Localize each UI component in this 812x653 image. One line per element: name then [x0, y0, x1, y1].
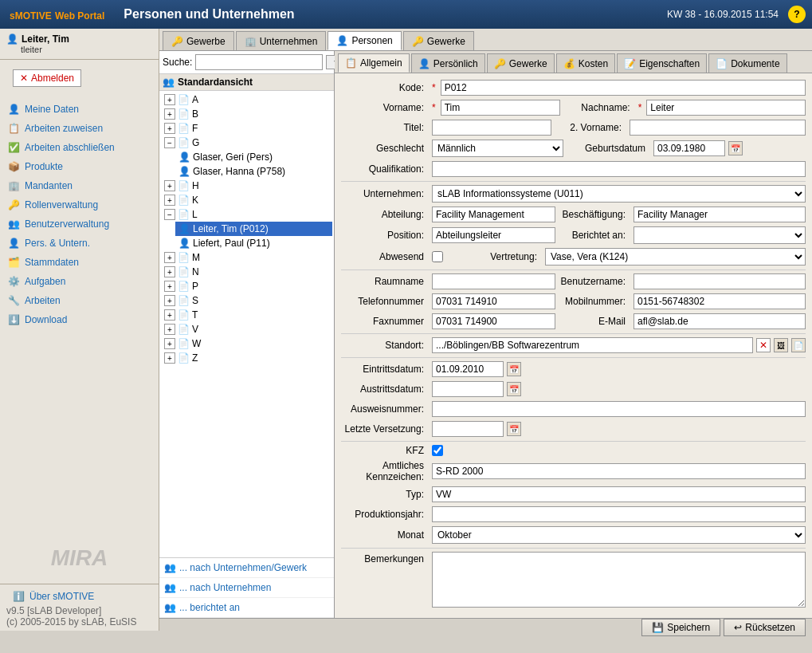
tree-footer-nach-unternehmen[interactable]: 👥 ... nach Unternehmen — [159, 578, 334, 598]
qualifikation-input[interactable] — [432, 161, 806, 177]
standort-image-button[interactable]: 🖼 — [774, 338, 788, 352]
expand-L[interactable]: − — [164, 209, 175, 220]
letzte-versetzung-input[interactable] — [432, 421, 504, 437]
expand-H[interactable]: + — [164, 180, 175, 191]
tree-node-glaser-hanna[interactable]: 👤 Glaser, Hanna (P758) — [175, 164, 332, 179]
sidebar-item-stammdaten[interactable]: 🗂️ Stammdaten — [0, 253, 159, 272]
expand-P[interactable]: + — [164, 281, 175, 292]
expand-N[interactable]: + — [164, 266, 175, 277]
tree-node-glaser-geri[interactable]: 👤 Glaser, Geri (Pers) — [175, 150, 332, 164]
expand-W[interactable]: + — [164, 338, 175, 349]
tree-node-K[interactable]: + 📄 K — [161, 193, 332, 207]
tree-node-leiter-tim[interactable]: 👤 Leiter, Tim (P012) — [175, 222, 332, 236]
expand-Z[interactable]: + — [164, 352, 175, 364]
nachname-input[interactable] — [646, 100, 806, 116]
fax-input[interactable] — [432, 313, 555, 329]
berichtet-an-select[interactable] — [634, 226, 806, 244]
save-button[interactable]: 💾 Speichern — [641, 619, 720, 636]
tab-unternehmen[interactable]: 🏢 Unternehmen — [236, 31, 327, 50]
tree-node-liefert-paul[interactable]: 👤 Liefert, Paul (P11) — [175, 236, 332, 250]
tree-node-A[interactable]: + 📄 A — [161, 92, 332, 107]
sidebar-item-produkte[interactable]: 📦 Produkte — [0, 157, 159, 176]
titel-input[interactable] — [432, 120, 551, 136]
abteilung-input[interactable] — [432, 207, 555, 222]
expand-V[interactable]: + — [164, 324, 175, 335]
form-tab-dokumente[interactable]: 📄 Dokumente — [708, 53, 787, 73]
kfz-checkbox[interactable] — [432, 445, 443, 456]
geburtsdatum-input[interactable] — [653, 140, 725, 156]
amtliches-kz-input[interactable] — [432, 463, 806, 479]
form-tab-eigenschaften[interactable]: 📝 Eigenschaften — [617, 53, 707, 73]
tree-node-M[interactable]: + 📄 M — [161, 250, 332, 265]
tree-footer-berichtet-an[interactable]: 👥 ... berichtet an — [159, 598, 334, 618]
email-input[interactable] — [634, 313, 806, 329]
expand-S[interactable]: + — [164, 295, 175, 306]
eintrittsdatum-calendar-icon[interactable]: 📅 — [507, 362, 521, 376]
tab-gewerbe[interactable]: 🔑 Gewerbe — [163, 31, 234, 50]
mobil-input[interactable] — [634, 293, 806, 309]
form-tab-persoenlich[interactable]: 👤 Persönlich — [411, 53, 485, 73]
abwesend-checkbox[interactable] — [432, 251, 443, 262]
sidebar-item-arbeiten-abschliessen[interactable]: ✅ Arbeiten abschließen — [0, 138, 159, 157]
tree-node-H[interactable]: + 📄 H — [161, 179, 332, 193]
tree-node-P[interactable]: + 📄 P — [161, 279, 332, 293]
tree-node-W[interactable]: + 📄 W — [161, 336, 332, 351]
kode-input[interactable] — [441, 80, 806, 96]
eintrittsdatum-input[interactable] — [432, 361, 504, 377]
typ-input[interactable] — [432, 486, 806, 502]
unternehmen-select[interactable]: sLAB Informationssysteme (U011) — [432, 185, 806, 203]
geburtsdatum-calendar-icon[interactable]: 📅 — [728, 141, 743, 155]
tree-node-L[interactable]: − 📄 L — [161, 207, 332, 222]
standort-file-button[interactable]: 📄 — [791, 338, 806, 352]
bemerkungen-textarea[interactable] — [432, 552, 806, 608]
tree-footer-nach-unternehmen-gewerk[interactable]: 👥 ... nach Unternehmen/Gewerk — [159, 558, 334, 578]
sidebar-item-aufgaben[interactable]: ⚙️ Aufgaben — [0, 272, 159, 291]
vertretung-select[interactable]: Vase, Vera (K124) — [545, 248, 806, 266]
tree-node-N[interactable]: + 📄 N — [161, 265, 332, 279]
form-tab-gewerke[interactable]: 🔑 Gewerke — [487, 53, 555, 73]
help-button[interactable]: ? — [788, 6, 806, 23]
logout-button[interactable]: ✕ Abmelden — [13, 69, 81, 87]
sidebar-item-meine-daten[interactable]: 👤 Meine Daten — [0, 100, 159, 119]
telefon-input[interactable] — [432, 293, 555, 309]
geschlecht-select[interactable]: Männlich Weiblich — [432, 140, 563, 157]
expand-K[interactable]: + — [164, 195, 175, 206]
expand-F[interactable]: + — [164, 123, 175, 134]
beschaeftigung-input[interactable] — [634, 207, 806, 222]
expand-M[interactable]: + — [164, 252, 175, 263]
ausweisnummer-input[interactable] — [432, 401, 806, 417]
tree-node-T[interactable]: + 📄 T — [161, 308, 332, 322]
sidebar-item-rollenverwaltung[interactable]: 🔑 Rollenverwaltung — [0, 195, 159, 214]
standort-input[interactable] — [432, 337, 753, 353]
benutzername-input[interactable] — [634, 273, 806, 289]
form-tab-kosten[interactable]: 💰 Kosten — [556, 53, 615, 73]
expand-A[interactable]: + — [164, 94, 175, 105]
sidebar-item-arbeiten[interactable]: 🔧 Arbeiten — [0, 291, 159, 310]
tree-node-Z[interactable]: + 📄 Z — [161, 351, 332, 365]
standort-clear-button[interactable]: ✕ — [756, 338, 771, 352]
search-input[interactable] — [195, 54, 323, 70]
tree-node-S[interactable]: + 📄 S — [161, 293, 332, 308]
position-input[interactable] — [432, 227, 555, 243]
about-link[interactable]: ℹ️ Über sMOTIVE — [6, 588, 152, 605]
raumname-input[interactable] — [432, 273, 555, 289]
sidebar-item-pers-untern[interactable]: 👤 Pers. & Untern. — [0, 234, 159, 253]
austrittsdatum-input[interactable] — [432, 381, 504, 397]
vorname-input[interactable] — [441, 100, 560, 116]
vorname2-input[interactable] — [630, 120, 806, 136]
monat-select[interactable]: Oktober Januar Februar März April Mai Ju… — [432, 526, 806, 544]
tree-node-B[interactable]: + 📄 B — [161, 107, 332, 121]
tree-node-G[interactable]: − 📄 G — [161, 136, 332, 150]
tree-node-V[interactable]: + 📄 V — [161, 322, 332, 336]
expand-T[interactable]: + — [164, 309, 175, 321]
sidebar-item-benutzerverwaltung[interactable]: 👥 Benutzerverwaltung — [0, 214, 159, 234]
tab-gewerke[interactable]: 🔑 Gewerke — [403, 31, 474, 50]
tree-node-F[interactable]: + 📄 F — [161, 121, 332, 136]
reset-button[interactable]: ↩ Rücksetzen — [724, 619, 806, 636]
letzte-versetzung-calendar-icon[interactable]: 📅 — [507, 422, 521, 436]
expand-B[interactable]: + — [164, 108, 175, 120]
austrittsdatum-calendar-icon[interactable]: 📅 — [507, 382, 521, 396]
produktionsjahr-input[interactable] — [432, 506, 806, 522]
sidebar-item-download[interactable]: ⬇️ Download — [0, 310, 159, 329]
sidebar-item-mandanten[interactable]: 🏢 Mandanten — [0, 176, 159, 195]
